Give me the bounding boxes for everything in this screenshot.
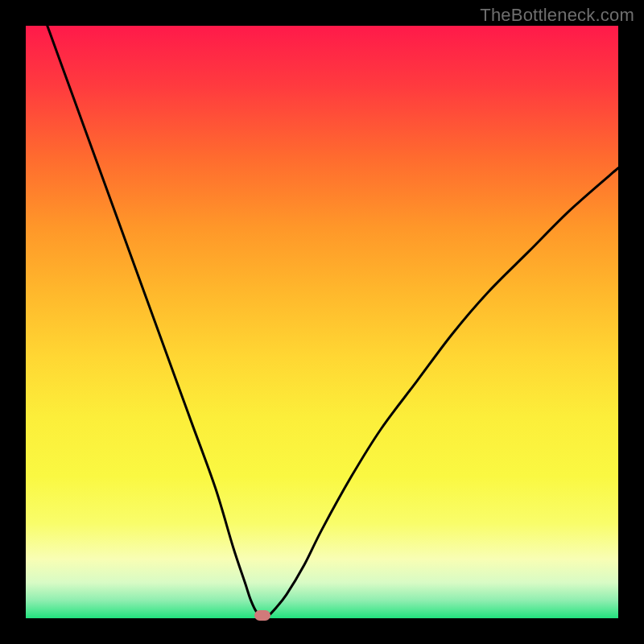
watermark-text: TheBottleneck.com [480,5,634,26]
bottleneck-curve [26,26,618,618]
chart-stage: TheBottleneck.com [0,0,644,644]
plot-area [26,26,618,618]
minimum-marker [254,610,270,621]
